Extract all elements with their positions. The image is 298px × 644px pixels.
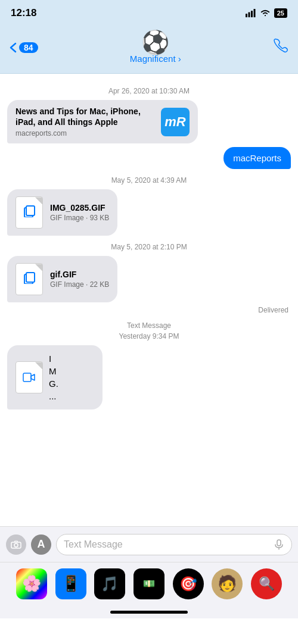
text-message-timestamp: Text Message Yesterday 9:34 PM: [0, 320, 298, 342]
file-meta-2: GIF Image · 22 KB: [50, 280, 109, 289]
back-button[interactable]: 84: [10, 42, 38, 53]
timestamp-label-3: May 5, 2020 at 2:10 PM: [0, 243, 298, 251]
svg-rect-8: [23, 373, 31, 382]
apps-button[interactable]: A: [31, 534, 51, 555]
svg-rect-5: [26, 206, 35, 215]
video-icon: [15, 361, 43, 393]
received-bubble-link: News and Tips for Mac, iPhone, iPad, and…: [7, 100, 288, 143]
input-bar: A Text Message: [0, 526, 298, 562]
text-input-placeholder: Text Message: [64, 539, 269, 550]
file-icon-2: [15, 263, 43, 295]
received-bubble-video: IMG....: [0, 345, 298, 409]
link-preview: News and Tips for Mac, iPhone, iPad, and…: [15, 106, 190, 137]
back-badge: 84: [19, 42, 38, 53]
sent-bubble: macReports: [36, 147, 291, 169]
phone-button[interactable]: [273, 38, 288, 57]
dock-wrapper: 🌸 📱 🎵 💵 🎯 🧑 🔍: [0, 562, 298, 618]
chevron-left-icon: [10, 42, 17, 53]
battery-indicator: 25: [274, 8, 287, 18]
copy-icon-2: [22, 272, 36, 284]
timestamp-label: Apr 26, 2020 at 10:30 AM: [0, 87, 298, 95]
header-center: ⚽ Magnificent ›: [130, 31, 181, 64]
link-title: News and Tips for Mac, iPhone, iPad, and…: [15, 106, 155, 127]
svg-rect-1: [248, 12, 250, 18]
messages-area: Apr 26, 2020 at 10:30 AM News and Tips f…: [0, 74, 298, 526]
dock: 🌸 📱 🎵 💵 🎯 🧑 🔍: [0, 562, 298, 611]
svg-rect-7: [26, 273, 35, 282]
video-text: IMG....: [49, 352, 58, 402]
signal-icon: [246, 9, 256, 17]
video-file-icon: [23, 372, 36, 383]
text-message-input[interactable]: Text Message: [56, 534, 292, 555]
file-name-2: gif.GIF: [50, 270, 109, 279]
svg-rect-0: [246, 14, 247, 17]
header: 84 ⚽ Magnificent ›: [0, 26, 298, 74]
contact-name[interactable]: Magnificent ›: [130, 54, 181, 64]
link-thumbnail: mR: [161, 108, 190, 136]
received-bubble-file2: gif.GIF GIF Image · 22 KB: [7, 256, 288, 302]
phone-icon: [273, 38, 288, 54]
camera-icon: [11, 540, 21, 549]
dock-memoji[interactable]: 🧑: [212, 568, 243, 599]
status-time: 12:18: [11, 7, 36, 19]
wifi-icon: [260, 9, 271, 17]
home-indicator: [110, 611, 188, 614]
dock-search[interactable]: 🔍: [251, 568, 282, 599]
copy-icon: [22, 205, 36, 217]
file-name-1: IMG_0285.GIF: [50, 203, 109, 212]
received-bubble-file1: IMG_0285.GIF GIF Image · 93 KB: [7, 189, 288, 236]
dock-music[interactable]: 🎵: [94, 568, 125, 599]
delivered-label: Delivered: [0, 306, 288, 314]
sent-text: macReports: [233, 153, 281, 163]
file-icon-1: [15, 196, 43, 229]
timestamp-label-2: May 5, 2020 at 4:39 AM: [0, 176, 298, 185]
file-meta-1: GIF Image · 93 KB: [50, 214, 109, 222]
dock-appstore[interactable]: 📱: [55, 568, 86, 599]
camera-button[interactable]: [6, 534, 26, 555]
dock-cash[interactable]: 💵: [134, 568, 164, 599]
svg-rect-11: [277, 540, 281, 546]
dock-photos[interactable]: 🌸: [16, 568, 47, 599]
dock-activity[interactable]: 🎯: [173, 568, 204, 599]
link-url: macreports.com: [15, 129, 155, 137]
svg-point-10: [14, 543, 18, 547]
svg-rect-3: [253, 9, 255, 17]
status-bar: 12:18 25: [0, 0, 298, 26]
microphone-icon[interactable]: [274, 539, 284, 550]
status-icons: 25: [246, 8, 287, 18]
svg-rect-2: [251, 11, 253, 17]
contact-avatar: ⚽: [141, 31, 169, 54]
